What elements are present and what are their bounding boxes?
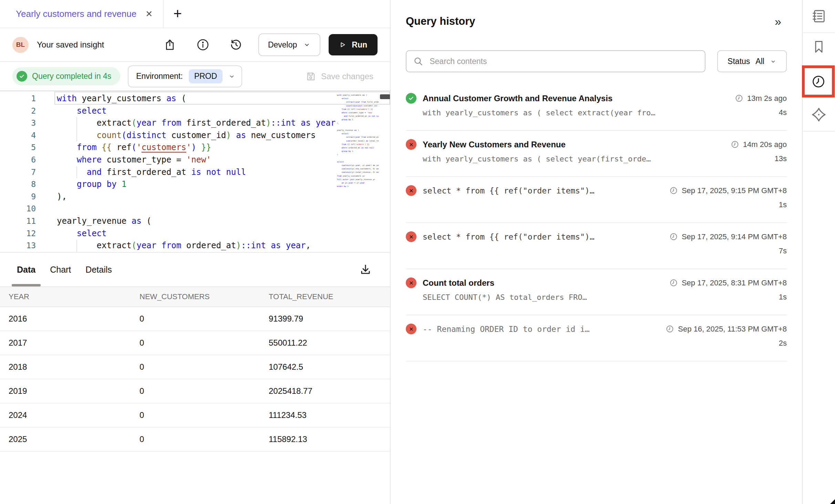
share-icon[interactable] [163, 38, 177, 52]
environment-value: PROD [189, 69, 223, 83]
table-cell: 91399.79 [269, 314, 390, 324]
code-line: extract(year from first_ordered_at)::int… [57, 117, 336, 129]
query-title: Yearly New Customers and Revenue [423, 140, 566, 149]
line-number: 4 [0, 129, 36, 142]
query-history-item[interactable]: Count total ordersSep 17, 2025, 8:31 PM … [406, 269, 787, 315]
right-icon-rail [803, 0, 835, 504]
table-cell: 107642.5 [269, 362, 390, 372]
avatar: BL [12, 37, 29, 53]
query-status-text: Query completed in 4s [32, 72, 111, 81]
line-number: 9 [0, 191, 36, 203]
code-line: from {{ ref('customers') }} [57, 141, 336, 154]
new-tab-button[interactable]: + [173, 8, 182, 20]
table-row: 20170550011.22 [0, 331, 390, 355]
code-line: with yearly_customers as ( [57, 93, 336, 105]
bookmark-icon[interactable] [803, 39, 835, 54]
code-lines: with yearly_customers as ( select extrac… [57, 93, 336, 252]
table-row: 20180107642.5 [0, 355, 390, 379]
table-row: 20250115892.13 [0, 428, 390, 452]
query-time: Sep 17, 2025, 9:15 PM GMT+8 [662, 186, 787, 195]
error-status-icon [406, 324, 416, 334]
results-tab-bar: DataChartDetails [0, 253, 390, 287]
run-button[interactable]: Run [329, 34, 378, 55]
query-preview: SELECT COUNT(*) AS total_orders FRO… [423, 293, 587, 302]
table-cell: 2017 [9, 338, 140, 348]
develop-label: Develop [268, 40, 297, 50]
table-cell: 0 [140, 338, 269, 348]
insight-header: BL Your saved insight Develop Run [0, 28, 390, 62]
chevron-down-icon [303, 41, 311, 49]
save-changes-label: Save changes [321, 72, 373, 81]
table-cell: 0 [140, 434, 269, 444]
table-cell: 2018 [9, 362, 140, 372]
editor-scrollbar[interactable] [380, 94, 390, 99]
query-duration: 4s [772, 108, 787, 117]
line-numbers: 12345678910111213 [0, 93, 36, 252]
line-number: 6 [0, 154, 36, 166]
clock-icon [666, 325, 674, 333]
clock-icon [669, 279, 678, 287]
table-cell: 115892.13 [269, 434, 390, 444]
query-title: Annual Customer Growth and Revenue Analy… [423, 94, 612, 103]
code-line: select [57, 228, 336, 240]
download-icon[interactable] [359, 263, 372, 276]
success-check-icon [17, 71, 27, 82]
query-history-item[interactable]: select * from {{ ref("order_items")…Sep … [406, 177, 787, 223]
play-icon [339, 41, 347, 49]
line-number: 1 [0, 93, 36, 105]
results-table-header: YEAR NEW_CUSTOMERS TOTAL_REVENUE [0, 287, 390, 307]
close-icon[interactable]: ✕ [145, 9, 153, 19]
query-preview: with yearly_customers as ( select year(f… [423, 155, 651, 163]
app-window: Yearly customers and revenue ✕ + BL Your… [0, 0, 835, 504]
table-cell: 2025 [9, 434, 140, 444]
query-history-item[interactable]: select * from {{ ref("order_items")…Sep … [406, 223, 787, 269]
notebook-icon[interactable] [803, 8, 835, 24]
code-line: where customer_type = 'new' [57, 154, 336, 166]
search-icon [413, 56, 423, 66]
version-history-icon[interactable] [229, 38, 243, 52]
table-cell: 0 [140, 314, 269, 324]
environment-selector[interactable]: Environment: PROD [128, 65, 242, 87]
line-number: 13 [0, 240, 36, 252]
query-time: Sep 17, 2025, 8:31 PM GMT+8 [662, 279, 787, 287]
query-duration: 13s [768, 154, 787, 163]
editor-minimap[interactable]: with yearly_customers as ( select extrac… [337, 93, 379, 197]
history-clock-highlight[interactable] [802, 65, 835, 97]
column-header: YEAR [9, 292, 140, 301]
query-history-panel: Query history » Status All Annual Custom… [391, 0, 803, 504]
code-line: yearly_revenue as ( [57, 215, 336, 228]
query-history-item[interactable]: Yearly New Customers and Revenue14m 20s … [406, 131, 787, 177]
tab-chart[interactable]: Chart [45, 253, 76, 286]
query-history-item[interactable]: Annual Customer Growth and Revenue Analy… [406, 85, 787, 131]
query-title: -- Renaming ORDER_ID to order_id i… [423, 325, 590, 334]
table-cell: 2016 [9, 314, 140, 324]
status-bar: Query completed in 4s Environment: PROD … [0, 62, 390, 91]
line-number: 5 [0, 141, 36, 154]
develop-button[interactable]: Develop [258, 33, 320, 56]
panel-title: Query history [406, 15, 475, 28]
table-cell: 0 [140, 362, 269, 372]
clock-icon [669, 186, 678, 195]
sql-editor[interactable]: 12345678910111213 with yearly_customers … [0, 91, 390, 253]
line-number: 12 [0, 228, 36, 240]
query-status-badge: Query completed in 4s [12, 67, 120, 85]
dbt-icon[interactable] [803, 107, 835, 123]
tab-details[interactable]: Details [80, 253, 117, 286]
info-icon[interactable] [196, 38, 210, 52]
collapse-panel-icon[interactable]: » [775, 15, 781, 27]
save-changes-button[interactable]: Save changes [306, 71, 373, 82]
query-history-item[interactable]: -- Renaming ORDER_ID to order_id i…Sep 1… [406, 315, 787, 361]
status-filter-dropdown[interactable]: Status All [717, 50, 787, 72]
search-input[interactable] [429, 56, 698, 66]
query-duration: 1s [772, 293, 787, 302]
error-status-icon [406, 231, 416, 242]
tab-data[interactable]: Data [12, 253, 41, 286]
query-title: Count total orders [423, 278, 494, 288]
environment-label: Environment: [136, 72, 183, 81]
table-cell: 2019 [9, 386, 140, 396]
history-clock-icon [811, 74, 826, 89]
code-line: count(distinct customer_id) as new_custo… [57, 129, 336, 142]
line-number: 11 [0, 215, 36, 228]
tab-yearly-customers[interactable]: Yearly customers and revenue ✕ [0, 0, 164, 28]
clock-icon [669, 232, 678, 241]
